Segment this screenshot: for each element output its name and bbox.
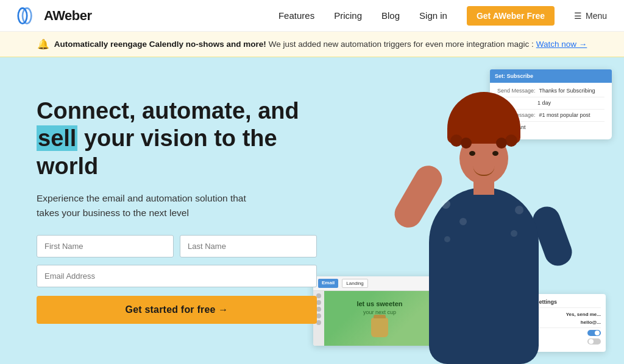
aweber-logo-icon (17, 5, 39, 27)
sidebar-tool-4 (316, 313, 321, 318)
widget-bar-text: Set: Subscribe (495, 73, 533, 79)
hamburger-icon: ☰ (574, 11, 582, 21)
landing-tab: Landing (342, 279, 367, 288)
widget-row-2: Wait: 1 day (497, 100, 604, 106)
get-aweber-button[interactable]: Get AWeber Free (467, 6, 555, 26)
last-name-input[interactable] (180, 235, 317, 257)
widget-row-1: Send Message: Thanks for Subscribing (497, 88, 604, 94)
jar-lid (374, 315, 386, 318)
hero-illustration: Set: Subscribe Send Message: Thanks for … (307, 57, 612, 364)
widget-bar: Set: Subscribe (490, 69, 612, 83)
sidebar-tool-5 (316, 320, 321, 325)
menu-label: Menu (586, 11, 607, 21)
woman-figure (411, 133, 557, 364)
editor-widget: Email Landing let us sweeten your next c… (313, 276, 435, 346)
logo-text: AWeber (44, 8, 92, 24)
widget-value-3: #1 most popular post (539, 112, 590, 118)
widget-divider (497, 97, 604, 97)
editor-canvas: let us sweeten your next cup (324, 291, 435, 346)
nav-signin[interactable]: Sign in (419, 10, 447, 21)
widget-value-2: 1 day (537, 100, 551, 106)
widget-label-1: Send Message: (497, 88, 536, 94)
watch-now-link[interactable]: Watch now → (536, 40, 587, 49)
name-fields-row (37, 235, 317, 257)
nav-features[interactable]: Features (278, 10, 314, 21)
editor-body: let us sweeten your next cup (313, 291, 435, 346)
canvas-text1: let us sweeten (356, 299, 402, 308)
hero-section: Connect, automate, and sell your vision … (0, 57, 624, 364)
hero-subtext: Experience the email and automation solu… (37, 191, 268, 220)
woman-body (429, 187, 539, 364)
settings-val-1: Yes, send me... (566, 312, 601, 317)
menu-toggle[interactable]: ☰ Menu (574, 11, 607, 21)
canvas-image: let us sweeten your next cup (324, 291, 435, 346)
nav-links: Features Pricing Blog Sign in Get AWeber… (278, 6, 607, 26)
cta-button[interactable]: Get started for free → (37, 296, 317, 324)
nav-blog[interactable]: Blog (381, 10, 400, 21)
nav-pricing[interactable]: Pricing (334, 10, 362, 21)
hero-content: Connect, automate, and sell your vision … (37, 97, 317, 324)
widget-value-1: Thanks for Subscribing (539, 88, 595, 94)
hero-headline: Connect, automate, and sell your vision … (37, 97, 317, 181)
bell-icon: 🔔 (37, 38, 49, 50)
first-name-input[interactable] (37, 235, 174, 257)
email-tab: Email (318, 279, 338, 288)
sidebar-tool-2 (316, 300, 321, 305)
analytics-toggle[interactable] (587, 338, 601, 345)
logo[interactable]: AWeber (17, 5, 92, 27)
email-input[interactable] (37, 265, 317, 287)
sidebar-tool-1 (316, 293, 321, 298)
jar-icon (371, 318, 388, 337)
headline-part1: Connect, automate, and (37, 98, 299, 124)
announcement-bold: Automatically reengage Calendly no-shows… (54, 40, 266, 49)
sidebar-tool-3 (316, 307, 321, 312)
editor-toolbar: Email Landing (313, 276, 435, 291)
tracking-toggle[interactable] (587, 330, 601, 336)
announcement-bar: 🔔 Automatically reengage Calendly no-sho… (0, 32, 624, 57)
settings-val-2: hello@... (581, 320, 601, 325)
navbar: AWeber Features Pricing Blog Sign in Get… (0, 0, 624, 32)
announcement-body: We just added new automation triggers fo… (269, 40, 534, 49)
headline-highlight: sell (37, 125, 77, 151)
